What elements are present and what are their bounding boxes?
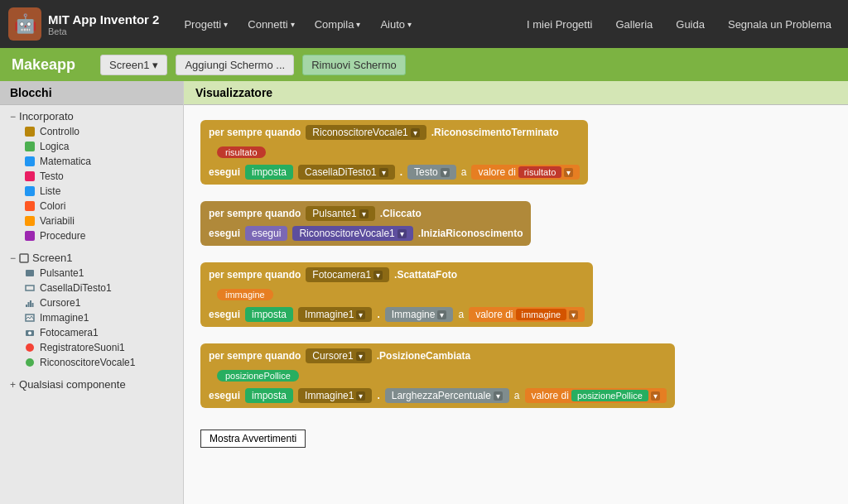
component-riconoscitorevocale1[interactable]: RiconoscitoreVocale1 ▾ [306, 125, 426, 140]
component-dropdown[interactable]: ▾ [411, 128, 420, 137]
sidebar-section-qualsiasi: + Qualsiasi componente [0, 373, 183, 396]
block-group-1: per sempre quando RiconoscitoreVocale1 ▾… [200, 120, 831, 185]
component-riconoscitorevocale2[interactable]: RiconoscitoreVocale1 ▾ [292, 226, 412, 241]
block-event-1[interactable]: per sempre quando RiconoscitoreVocale1 ▾… [200, 120, 588, 185]
nav-progetti[interactable]: Progetti ▾ [176, 13, 236, 36]
block-property-1[interactable]: Testo ▾ [407, 165, 456, 180]
liste-dot [25, 186, 35, 196]
value-dropdown[interactable]: ▾ [569, 310, 578, 319]
app-logo: 🤖 MIT App Inventor 2 Beta [8, 7, 159, 41]
block-value-1[interactable]: valore di risultato ▾ [471, 165, 580, 180]
value-dropdown[interactable]: ▾ [651, 391, 660, 401]
value-dropdown[interactable]: ▾ [564, 168, 573, 177]
component-cursore1[interactable]: Cursore1 ▾ [306, 348, 371, 363]
nav-menu: Progetti ▾ Connetti ▾ Compila ▾ Aiuto ▾ [176, 13, 518, 36]
component-fotocamera1[interactable]: Fotocamera1 ▾ [306, 267, 389, 282]
nav-connetti[interactable]: Connetti ▾ [239, 13, 302, 36]
svg-rect-6 [32, 303, 34, 307]
component-immagine1-4[interactable]: Immagine1 ▾ [298, 388, 372, 403]
block-event-2[interactable]: per sempre quando Pulsante1 ▾ .Cliccato … [200, 201, 531, 246]
sidebar-item-colori[interactable]: Colori [22, 199, 176, 214]
sidebar-item-cursore1[interactable]: Cursore1 [22, 295, 176, 310]
block-value-3[interactable]: valore di immagine ▾ [469, 307, 585, 322]
sidebar-children-incorporato: Controllo Logica Matematica Testo Liste [7, 124, 176, 243]
app-title: MIT App Inventor 2 [48, 12, 159, 26]
block-header-1: per sempre quando RiconoscitoreVocale1 ▾… [209, 125, 580, 140]
logica-dot [25, 142, 35, 151]
block-event-4[interactable]: per sempre quando Cursore1 ▾ .PosizioneC… [200, 343, 675, 408]
collapse-icon: − [10, 111, 16, 122]
immagine-icon [25, 313, 35, 323]
block-property-3[interactable]: Immagine ▾ [385, 307, 454, 322]
sidebar-item-variabili[interactable]: Variabili [22, 214, 176, 228]
component-caselladitesto1[interactable]: CasellaDiTesto1 ▾ [298, 165, 395, 180]
casella-icon [25, 283, 35, 293]
nav-right: I miei Progetti Galleria Guida Segnala u… [518, 13, 840, 36]
block-value-4[interactable]: valore di posizionePollice ▾ [525, 388, 667, 403]
property-dropdown[interactable]: ▾ [441, 168, 450, 177]
chevron-down-icon: ▾ [152, 59, 158, 71]
screen-selector-button[interactable]: Screen1 ▾ [100, 55, 167, 75]
chevron-down-icon: ▾ [407, 20, 412, 29]
sidebar-item-immagine1[interactable]: Immagine1 [22, 310, 176, 325]
chevron-down-icon: ▾ [224, 20, 228, 29]
component-immagine1[interactable]: Immagine1 ▾ [298, 307, 372, 322]
sidebar-parent-qualsiasi[interactable]: + Qualsiasi componente [7, 377, 176, 392]
sidebar-item-riconoscitorevocale1[interactable]: RiconoscitoreVocale1 [22, 355, 176, 370]
matematica-dot [25, 156, 35, 166]
block-property-4[interactable]: LarghezzaPercentuale ▾ [385, 388, 509, 403]
property-dropdown[interactable]: ▾ [437, 310, 446, 319]
sidebar-item-liste[interactable]: Liste [22, 184, 176, 199]
nav-report[interactable]: Segnala un Problema [720, 13, 840, 36]
block-set-3[interactable]: imposta [245, 307, 293, 322]
svg-rect-3 [26, 305, 27, 307]
sidebar-item-matematica[interactable]: Matematica [22, 154, 176, 169]
block-header-2: per sempre quando Pulsante1 ▾ .Cliccato [209, 206, 523, 221]
pulsante-icon [25, 268, 35, 278]
svg-rect-4 [28, 302, 30, 307]
sidebar-item-registratoresuoni1[interactable]: RegistratoreSuoni1 [22, 340, 176, 355]
component-dropdown[interactable]: ▾ [398, 229, 407, 238]
sidebar-item-fotocamera1[interactable]: Fotocamera1 [22, 325, 176, 340]
controllo-dot [25, 127, 35, 137]
nav-my-projects[interactable]: I miei Progetti [518, 13, 600, 36]
expand-icon: + [10, 379, 16, 391]
nav-aiuto[interactable]: Aiuto ▾ [372, 13, 420, 36]
mostra-avvertimenti-button[interactable]: Mostra Avvertimenti [200, 430, 306, 448]
svg-rect-2 [26, 286, 34, 290]
component-pulsante1[interactable]: Pulsante1 ▾ [306, 206, 374, 221]
block-group-3: per sempre quando Fotocamera1 ▾ .Scattat… [200, 262, 831, 327]
sidebar-parent-incorporato[interactable]: − Incorporato [7, 108, 176, 124]
nav-guide[interactable]: Guida [667, 13, 713, 36]
sidebar-item-caselladitesto1[interactable]: CasellaDiTesto1 [22, 281, 176, 295]
sidebar-item-testo[interactable]: Testo [22, 169, 176, 184]
component-dropdown[interactable]: ▾ [356, 352, 365, 361]
svg-point-11 [26, 358, 34, 367]
block-set-4[interactable]: imposta [245, 388, 293, 403]
block-exec-2[interactable]: esegui [245, 226, 287, 241]
svg-rect-0 [20, 254, 28, 262]
sidebar-item-procedure[interactable]: Procedure [22, 228, 176, 243]
block-group-2: per sempre quando Pulsante1 ▾ .Cliccato … [200, 201, 831, 246]
component-dropdown[interactable]: ▾ [356, 391, 365, 401]
block-event-3[interactable]: per sempre quando Fotocamera1 ▾ .Scattat… [200, 262, 593, 327]
remove-screen-button[interactable]: Rimuovi Schermo [302, 55, 406, 75]
svg-rect-5 [30, 300, 31, 307]
add-screen-button[interactable]: Aggiungi Schermo ... [176, 55, 294, 75]
component-dropdown[interactable]: ▾ [356, 310, 365, 319]
sidebar-item-logica[interactable]: Logica [22, 139, 176, 154]
top-nav: 🤖 MIT App Inventor 2 Beta Progetti ▾ Con… [0, 0, 848, 48]
component-dropdown[interactable]: ▾ [373, 271, 383, 280]
component-dropdown[interactable]: ▾ [359, 209, 369, 218]
property-dropdown[interactable]: ▾ [494, 391, 503, 401]
nav-gallery[interactable]: Galleria [607, 13, 661, 36]
nav-compila[interactable]: Compila ▾ [306, 13, 369, 36]
sidebar-parent-screen1[interactable]: − Screen1 [7, 250, 176, 266]
block-set-1[interactable]: imposta [245, 165, 293, 180]
sidebar-item-controllo[interactable]: Controllo [22, 124, 176, 139]
sidebar-item-pulsante1[interactable]: Pulsante1 [22, 266, 176, 281]
component-dropdown[interactable]: ▾ [379, 168, 388, 177]
svg-point-9 [28, 332, 31, 335]
block-header-4: per sempre quando Cursore1 ▾ .PosizioneC… [209, 348, 667, 363]
block-do-row-2: esegui esegui RiconoscitoreVocale1 ▾ .In… [209, 226, 523, 241]
